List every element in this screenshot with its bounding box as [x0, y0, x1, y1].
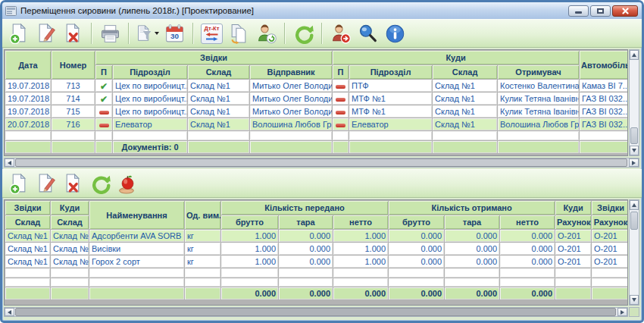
search-button[interactable] — [356, 22, 380, 45]
apple-quality-button[interactable] — [116, 172, 139, 196]
cell-r-gross[interactable]: 0.000 — [389, 230, 444, 242]
cell-to-division[interactable]: МТФ №1 — [349, 105, 432, 118]
cell-from-status[interactable] — [95, 93, 112, 105]
cell-r-gross[interactable]: 0.000 — [389, 256, 444, 268]
cell-name[interactable]: Висівки — [89, 243, 184, 255]
bottom-grid-vertical-scrollbar[interactable] — [629, 199, 639, 306]
top-grid-horizontal-scrollbar[interactable] — [4, 158, 639, 168]
cell-t-net[interactable]: 1.000 — [333, 243, 388, 255]
cell-from-account[interactable]: О-201 — [592, 243, 628, 255]
cell-r-gross[interactable]: 0.000 — [389, 243, 444, 255]
cell-from-warehouse[interactable]: Склад №1 — [188, 93, 249, 105]
scroll-track[interactable] — [630, 210, 639, 295]
cell-from-warehouse[interactable]: Склад №1 — [188, 118, 249, 130]
scroll-track[interactable] — [14, 308, 617, 316]
cell-t-gross[interactable]: 1.000 — [221, 243, 278, 255]
cell-from-division[interactable]: Цех по виробницт... — [113, 93, 187, 105]
refresh-button[interactable] — [292, 22, 315, 45]
add-item-button[interactable] — [7, 172, 30, 196]
scroll-track[interactable] — [630, 60, 639, 146]
add-document-button[interactable] — [7, 22, 30, 45]
document-row[interactable]: 19.07.2018 713 Цех по виробницт... Склад… — [5, 80, 628, 92]
scroll-thumb[interactable] — [630, 212, 638, 230]
cell-vehicle[interactable]: Камаз ВІ 7... — [580, 80, 628, 92]
cell-to-status[interactable] — [333, 118, 349, 130]
cell-date[interactable]: 19.07.2018 — [5, 105, 51, 118]
maximize-button[interactable] — [590, 5, 611, 17]
cell-from-account[interactable]: О-201 — [592, 230, 628, 242]
cell-t-net[interactable]: 1.000 — [333, 256, 388, 268]
cell-from-division[interactable]: Цех по виробницт... — [113, 80, 187, 92]
cell-receiver[interactable]: Кулик Тетяна Іванівна — [498, 93, 579, 105]
item-row[interactable]: Склад №1 Склад №1 Горох 2 сорт кг 1.000 … — [5, 256, 628, 268]
cell-r-net[interactable]: 0.000 — [500, 230, 555, 242]
refresh-items-button[interactable] — [89, 172, 112, 196]
cell-number[interactable]: 713 — [52, 80, 95, 92]
scroll-thumb[interactable] — [15, 308, 616, 316]
cell-to-status[interactable] — [333, 93, 349, 105]
cell-r-net[interactable]: 0.000 — [500, 243, 555, 255]
cell-sender[interactable]: Митько Олег Володи... — [250, 105, 332, 118]
cell-sender[interactable]: Митько Олег Володи... — [250, 93, 332, 105]
item-row[interactable]: Склад №1 Склад №1 Висівки кг 1.000 0.000… — [5, 243, 628, 255]
cell-from-status[interactable] — [95, 118, 112, 130]
cell-to-warehouse[interactable]: Склад №1 — [433, 118, 497, 130]
cell-from-division[interactable]: Елеватор — [113, 118, 187, 130]
titlebar[interactable]: Переміщення сировини (липень 2018г.) [Пр… — [2, 2, 642, 20]
delete-document-button[interactable] — [61, 22, 85, 45]
document-row[interactable]: 19.07.2018 715 Цех по виробницт... Склад… — [5, 105, 628, 118]
cell-unit[interactable]: кг — [185, 243, 220, 255]
scroll-left-button[interactable] — [5, 308, 14, 316]
cell-t-gross[interactable]: 1.000 — [221, 256, 278, 268]
cell-to-status[interactable] — [333, 80, 349, 92]
cell-unit[interactable]: кг — [185, 256, 220, 268]
cell-name[interactable]: Горох 2 сорт — [89, 256, 184, 268]
print-button[interactable] — [98, 22, 122, 45]
cell-to-warehouse[interactable]: Склад №1 — [51, 243, 89, 255]
user-send-button[interactable] — [329, 22, 352, 45]
cell-date[interactable]: 20.07.2018 — [5, 118, 51, 130]
cell-to-warehouse[interactable]: Склад №1 — [433, 80, 497, 92]
cell-from-status[interactable] — [95, 80, 112, 92]
cell-number[interactable]: 715 — [52, 105, 95, 118]
scroll-right-button[interactable] — [617, 308, 627, 316]
cell-vehicle[interactable]: ГАЗ ВІ 032... — [580, 93, 628, 105]
cell-t-net[interactable]: 1.000 — [333, 230, 388, 242]
cell-name[interactable]: Адсорбенти AVA SORB — [89, 230, 184, 242]
cell-to-account[interactable]: О-201 — [555, 243, 591, 255]
cell-from-warehouse[interactable]: Склад №1 — [188, 105, 249, 118]
user-receive-button[interactable] — [255, 22, 278, 45]
cell-receiver[interactable]: Костенко Валентина ... — [498, 80, 579, 92]
scroll-up-button[interactable] — [630, 50, 639, 60]
scroll-left-button[interactable] — [5, 158, 14, 167]
cell-r-tare[interactable]: 0.000 — [445, 243, 499, 255]
cell-sender[interactable]: Волошина Любов Гри... — [250, 118, 332, 130]
copy-documents-button[interactable] — [227, 22, 251, 45]
cell-t-tare[interactable]: 0.000 — [279, 243, 333, 255]
cell-from-warehouse[interactable]: Склад №1 — [5, 230, 50, 242]
cell-number[interactable]: 716 — [52, 118, 95, 130]
scroll-up-button[interactable] — [630, 200, 639, 210]
cell-t-gross[interactable]: 1.000 — [221, 230, 278, 242]
cell-receiver[interactable]: Волошина Любов Гри... — [498, 118, 579, 130]
cell-number[interactable]: 714 — [52, 93, 95, 105]
edit-item-button[interactable] — [34, 172, 58, 196]
cell-from-warehouse[interactable]: Склад №1 — [5, 243, 50, 255]
bottom-grid-horizontal-scrollbar[interactable] — [4, 307, 628, 317]
cell-vehicle[interactable]: ГАЗ ВІ 032... — [580, 118, 628, 130]
info-button[interactable] — [383, 22, 407, 45]
close-button[interactable] — [612, 5, 638, 17]
cell-to-warehouse[interactable]: Склад №1 — [433, 93, 497, 105]
cell-from-status[interactable] — [95, 105, 112, 118]
cell-sender[interactable]: Митько Олег Володи... — [250, 80, 332, 92]
minimize-button[interactable] — [568, 5, 589, 17]
top-grid-vertical-scrollbar[interactable] — [629, 49, 639, 156]
filter-documents-button[interactable] — [136, 22, 159, 45]
item-row-selected[interactable]: Склад №1 Склад №1 Адсорбенти AVA SORB кг… — [5, 230, 628, 242]
debit-credit-button[interactable]: Дт-Кт — [200, 22, 224, 45]
cell-receiver[interactable]: Кулик Тетяна Іванівна — [498, 105, 579, 118]
cell-to-warehouse[interactable]: Склад №1 — [51, 256, 89, 268]
cell-from-account[interactable]: О-201 — [592, 256, 628, 268]
calendar-period-button[interactable]: 30 — [163, 22, 186, 45]
scroll-down-button[interactable] — [630, 146, 639, 155]
